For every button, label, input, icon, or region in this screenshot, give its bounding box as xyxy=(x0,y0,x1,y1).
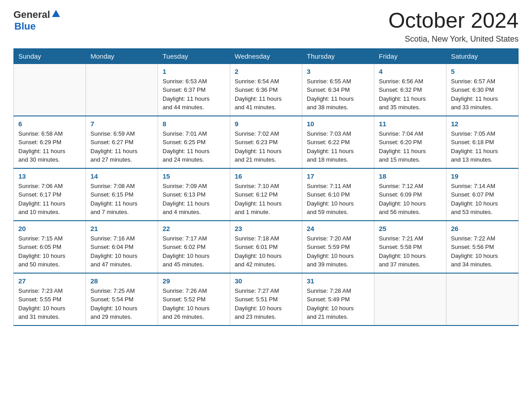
week-row-0: 1Sunrise: 6:53 AMSunset: 6:37 PMDaylight… xyxy=(14,64,519,116)
day-number: 14 xyxy=(90,172,153,180)
day-info: Sunrise: 7:25 AMSunset: 5:54 PMDaylight:… xyxy=(90,287,153,321)
day-cell: 21Sunrise: 7:16 AMSunset: 6:04 PMDayligh… xyxy=(86,221,158,273)
day-number: 3 xyxy=(307,68,369,75)
day-cell: 23Sunrise: 7:18 AMSunset: 6:01 PMDayligh… xyxy=(230,221,302,273)
svg-marker-0 xyxy=(52,10,60,17)
day-cell: 29Sunrise: 7:26 AMSunset: 5:52 PMDayligh… xyxy=(158,273,230,325)
day-number: 20 xyxy=(18,225,81,232)
day-info: Sunrise: 6:55 AMSunset: 6:34 PMDaylight:… xyxy=(307,77,369,112)
day-cell: 2Sunrise: 6:54 AMSunset: 6:36 PMDaylight… xyxy=(230,64,302,116)
day-number: 9 xyxy=(235,120,297,128)
day-info: Sunrise: 7:23 AMSunset: 5:55 PMDaylight:… xyxy=(18,287,81,321)
day-number: 5 xyxy=(451,68,514,75)
day-info: Sunrise: 6:58 AMSunset: 6:29 PMDaylight:… xyxy=(18,129,81,164)
day-cell: 26Sunrise: 7:22 AMSunset: 5:56 PMDayligh… xyxy=(446,221,519,273)
day-cell: 11Sunrise: 7:04 AMSunset: 6:20 PMDayligh… xyxy=(374,116,446,168)
calendar-table: Sunday Monday Tuesday Wednesday Thursday… xyxy=(13,48,519,326)
day-info: Sunrise: 7:05 AMSunset: 6:18 PMDaylight:… xyxy=(451,129,514,164)
day-info: Sunrise: 7:01 AMSunset: 6:25 PMDaylight:… xyxy=(163,129,225,164)
day-cell: 27Sunrise: 7:23 AMSunset: 5:55 PMDayligh… xyxy=(14,273,86,325)
day-cell: 31Sunrise: 7:28 AMSunset: 5:49 PMDayligh… xyxy=(302,273,374,325)
day-info: Sunrise: 7:15 AMSunset: 6:05 PMDaylight:… xyxy=(18,234,81,269)
day-info: Sunrise: 7:17 AMSunset: 6:02 PMDaylight:… xyxy=(163,234,225,269)
day-number: 29 xyxy=(163,277,225,285)
day-info: Sunrise: 7:04 AMSunset: 6:20 PMDaylight:… xyxy=(379,129,442,164)
day-number: 13 xyxy=(18,172,81,180)
day-cell: 7Sunrise: 6:59 AMSunset: 6:27 PMDaylight… xyxy=(86,116,158,168)
day-number: 30 xyxy=(235,277,297,285)
day-info: Sunrise: 7:21 AMSunset: 5:58 PMDaylight:… xyxy=(379,234,442,269)
day-cell: 5Sunrise: 6:57 AMSunset: 6:30 PMDaylight… xyxy=(446,64,519,116)
header-saturday: Saturday xyxy=(446,48,519,64)
logo: General Blue xyxy=(13,9,61,32)
day-cell: 30Sunrise: 7:27 AMSunset: 5:51 PMDayligh… xyxy=(230,273,302,325)
day-info: Sunrise: 7:28 AMSunset: 5:49 PMDaylight:… xyxy=(307,287,369,321)
week-row-2: 13Sunrise: 7:06 AMSunset: 6:17 PMDayligh… xyxy=(14,168,519,221)
day-info: Sunrise: 7:03 AMSunset: 6:22 PMDaylight:… xyxy=(307,129,369,164)
day-number: 26 xyxy=(451,225,514,232)
day-cell: 16Sunrise: 7:10 AMSunset: 6:12 PMDayligh… xyxy=(230,168,302,221)
day-cell: 19Sunrise: 7:14 AMSunset: 6:07 PMDayligh… xyxy=(446,168,519,221)
day-number: 18 xyxy=(379,172,442,180)
header-wednesday: Wednesday xyxy=(230,48,302,64)
logo-blue-text: Blue xyxy=(14,21,36,32)
day-info: Sunrise: 7:02 AMSunset: 6:23 PMDaylight:… xyxy=(235,129,297,164)
day-cell: 4Sunrise: 6:56 AMSunset: 6:32 PMDaylight… xyxy=(374,64,446,116)
day-cell xyxy=(14,64,86,116)
day-number: 22 xyxy=(163,225,225,232)
day-info: Sunrise: 7:12 AMSunset: 6:09 PMDaylight:… xyxy=(379,182,442,217)
day-cell: 8Sunrise: 7:01 AMSunset: 6:25 PMDaylight… xyxy=(158,116,230,168)
header-friday: Friday xyxy=(374,48,446,64)
day-number: 19 xyxy=(451,172,514,180)
day-cell: 3Sunrise: 6:55 AMSunset: 6:34 PMDaylight… xyxy=(302,64,374,116)
day-info: Sunrise: 7:08 AMSunset: 6:15 PMDaylight:… xyxy=(90,182,153,217)
day-info: Sunrise: 7:09 AMSunset: 6:13 PMDaylight:… xyxy=(163,182,225,217)
day-number: 27 xyxy=(18,277,81,285)
day-number: 21 xyxy=(90,225,153,232)
day-number: 24 xyxy=(307,225,369,232)
day-number: 17 xyxy=(307,172,369,180)
day-number: 15 xyxy=(163,172,225,180)
day-info: Sunrise: 7:14 AMSunset: 6:07 PMDaylight:… xyxy=(451,182,514,217)
day-number: 7 xyxy=(90,120,153,128)
day-info: Sunrise: 7:22 AMSunset: 5:56 PMDaylight:… xyxy=(451,234,514,269)
day-info: Sunrise: 7:27 AMSunset: 5:51 PMDaylight:… xyxy=(235,287,297,321)
day-cell: 17Sunrise: 7:11 AMSunset: 6:10 PMDayligh… xyxy=(302,168,374,221)
day-number: 1 xyxy=(163,68,225,75)
calendar-header: Sunday Monday Tuesday Wednesday Thursday… xyxy=(14,48,519,64)
day-cell: 6Sunrise: 6:58 AMSunset: 6:29 PMDaylight… xyxy=(14,116,86,168)
month-title: October 2024 xyxy=(388,9,519,33)
day-info: Sunrise: 6:54 AMSunset: 6:36 PMDaylight:… xyxy=(235,77,297,112)
day-info: Sunrise: 7:26 AMSunset: 5:52 PMDaylight:… xyxy=(163,287,225,321)
day-number: 23 xyxy=(235,225,297,232)
header-monday: Monday xyxy=(86,48,158,64)
day-cell: 13Sunrise: 7:06 AMSunset: 6:17 PMDayligh… xyxy=(14,168,86,221)
title-section: October 2024 Scotia, New York, United St… xyxy=(388,9,519,44)
logo-icon xyxy=(51,9,61,19)
day-cell xyxy=(374,273,446,325)
page-header: General Blue October 2024 Scotia, New Yo… xyxy=(13,9,519,44)
day-number: 4 xyxy=(379,68,442,75)
day-number: 10 xyxy=(307,120,369,128)
day-number: 11 xyxy=(379,120,442,128)
day-number: 12 xyxy=(451,120,514,128)
day-cell: 1Sunrise: 6:53 AMSunset: 6:37 PMDaylight… xyxy=(158,64,230,116)
day-info: Sunrise: 7:20 AMSunset: 5:59 PMDaylight:… xyxy=(307,234,369,269)
day-cell: 20Sunrise: 7:15 AMSunset: 6:05 PMDayligh… xyxy=(14,221,86,273)
day-number: 31 xyxy=(307,277,369,285)
day-cell: 18Sunrise: 7:12 AMSunset: 6:09 PMDayligh… xyxy=(374,168,446,221)
day-cell: 22Sunrise: 7:17 AMSunset: 6:02 PMDayligh… xyxy=(158,221,230,273)
day-cell: 15Sunrise: 7:09 AMSunset: 6:13 PMDayligh… xyxy=(158,168,230,221)
day-number: 16 xyxy=(235,172,297,180)
day-number: 8 xyxy=(163,120,225,128)
week-row-4: 27Sunrise: 7:23 AMSunset: 5:55 PMDayligh… xyxy=(14,273,519,325)
day-info: Sunrise: 7:16 AMSunset: 6:04 PMDaylight:… xyxy=(90,234,153,269)
day-cell xyxy=(446,273,519,325)
day-cell: 10Sunrise: 7:03 AMSunset: 6:22 PMDayligh… xyxy=(302,116,374,168)
day-info: Sunrise: 6:57 AMSunset: 6:30 PMDaylight:… xyxy=(451,77,514,112)
day-number: 28 xyxy=(90,277,153,285)
day-cell: 25Sunrise: 7:21 AMSunset: 5:58 PMDayligh… xyxy=(374,221,446,273)
day-cell xyxy=(86,64,158,116)
day-cell: 12Sunrise: 7:05 AMSunset: 6:18 PMDayligh… xyxy=(446,116,519,168)
week-row-1: 6Sunrise: 6:58 AMSunset: 6:29 PMDaylight… xyxy=(14,116,519,168)
